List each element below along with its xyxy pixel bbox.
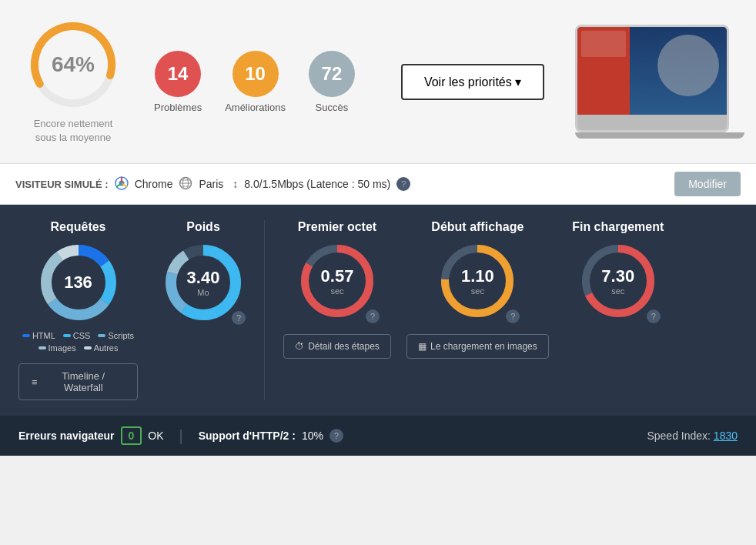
top-section: 64% Encore nettement sous la moyenne 14 … (0, 0, 756, 164)
speed-index-value[interactable]: 1830 (714, 430, 738, 442)
timeline-button[interactable]: ≡ Timeline / Waterfall (18, 363, 138, 400)
legend-css: CSS (63, 331, 91, 340)
speed-value: 8.0/1.5Mbps (Latence : 50 ms) (244, 178, 390, 190)
http2-section: Support d'HTTP/2 : 10% ? (199, 429, 343, 443)
successes-label: Succès (316, 102, 349, 113)
fin-chargement-donut: 7.30 sec ? (576, 239, 661, 323)
fin-chargement-block: Fin chargement 7.30 sec ? (564, 220, 672, 400)
requests-legend: HTML CSS Scripts Images (18, 331, 138, 353)
requests-donut: 136 (36, 240, 121, 325)
premier-octet-center: 0.57 sec (321, 266, 354, 296)
weight-donut: 3.40 Mo ? (161, 240, 246, 325)
legend-autres: Autres (84, 343, 119, 353)
premier-octet-unit: sec (321, 286, 354, 296)
debut-affichage-block: Début affichage 1.10 sec ? (406, 220, 549, 400)
score-circle: 64% (27, 18, 119, 111)
images-icon: ▦ (418, 341, 427, 352)
browser-name: Chrome (135, 178, 173, 190)
premier-octet-value: 0.57 (321, 266, 354, 286)
fin-chargement-center: 7.30 sec (601, 266, 634, 296)
debut-affichage-buttons: ▦ Le chargement en images (406, 334, 549, 359)
stat-improvements: 10 Améliorations (225, 51, 286, 113)
scripts-dot (98, 334, 105, 337)
score-value: 64% (52, 52, 95, 77)
modifier-button[interactable]: Modifier (674, 172, 741, 196)
debut-affichage-donut: 1.10 sec ? (435, 239, 520, 323)
stat-problems: 14 Problèmes (154, 51, 202, 113)
stat-successes: 72 Succès (309, 51, 355, 113)
autres-dot (84, 346, 92, 349)
bottom-bar: Erreurs navigateur 0 OK | Support d'HTTP… (0, 416, 756, 456)
legend-html: HTML (22, 331, 55, 340)
globe-icon (179, 176, 192, 192)
metrics-grid: Requêtes (18, 220, 738, 400)
weight-block: Poids 3.40 Mo ? (161, 220, 246, 400)
speed-index-label: Speed Index: (647, 430, 711, 442)
speed-icon: ↕ (232, 178, 238, 190)
chargement-images-button[interactable]: ▦ Le chargement en images (406, 334, 549, 359)
main-metrics-section: Requêtes (0, 205, 756, 416)
premier-octet-block: Premier octet 0.57 sec ? (283, 220, 391, 400)
fin-chargement-unit: sec (601, 286, 634, 296)
laptop-stand (575, 132, 744, 139)
debut-affichage-value: 1.10 (461, 266, 494, 286)
erreurs-status: OK (148, 430, 163, 442)
location-name: Paris (199, 178, 223, 190)
weight-value: 3.40 (187, 268, 220, 288)
erreurs-label: Erreurs navigateur (18, 430, 115, 442)
detail-etapes-button[interactable]: ⏱ Détail des étapes (283, 334, 391, 359)
debut-affichage-center: 1.10 sec (461, 266, 494, 296)
speed-index-section: Speed Index: 1830 (647, 430, 738, 442)
debut-affichage-title: Début affichage (431, 220, 524, 234)
left-metrics: Requêtes (18, 220, 265, 400)
http2-label: Support d'HTTP/2 : (199, 430, 296, 442)
thumbnail-container (575, 25, 744, 139)
html-dot (22, 334, 30, 337)
css-dot (63, 334, 71, 337)
http2-help-icon[interactable]: ? (329, 429, 343, 443)
laptop-mockup (575, 25, 729, 132)
clock-icon: ⏱ (295, 341, 304, 352)
screen-overlay (657, 35, 719, 96)
weight-title: Poids (186, 220, 220, 234)
fin-chargement-title: Fin chargement (572, 220, 664, 234)
chrome-icon (115, 176, 129, 192)
problems-badge: 14 (155, 51, 201, 97)
timeline-icon: ≡ (32, 376, 38, 388)
premier-octet-title: Premier octet (298, 220, 376, 234)
visitor-bar: VISITEUR SIMULÉ : Chrome Paris ↕ 8.0/1.5… (0, 164, 756, 205)
right-metrics: Premier octet 0.57 sec ? (265, 220, 738, 400)
successes-badge: 72 (309, 51, 355, 97)
http2-value: 10% (302, 430, 323, 442)
weight-value-center: 3.40 Mo (187, 268, 220, 297)
visitor-label: VISITEUR SIMULÉ : (15, 179, 109, 190)
requests-title: Requêtes (50, 220, 105, 234)
requests-block: Requêtes (18, 220, 138, 400)
problems-label: Problèmes (154, 102, 202, 113)
laptop-base (577, 115, 727, 130)
laptop-screen (577, 27, 727, 115)
legend-images: Images (38, 343, 76, 353)
debut-affichage-unit: sec (461, 286, 494, 296)
images-dot (38, 346, 46, 349)
erreurs-value: 0 (121, 426, 142, 445)
stats-container: 14 Problèmes 10 Améliorations 72 Succès (154, 51, 355, 113)
voir-priorites-button[interactable]: Voir les priorités ▾ (401, 64, 544, 100)
erreurs-section: Erreurs navigateur 0 OK (18, 426, 164, 445)
improvements-badge: 10 (232, 51, 279, 97)
separator-1: | (179, 427, 183, 445)
requests-value-center: 136 (64, 272, 92, 293)
score-label: Encore nettement sous la moyenne (34, 117, 113, 145)
requests-value: 136 (64, 272, 92, 293)
improvements-label: Améliorations (225, 102, 286, 113)
score-container: 64% Encore nettement sous la moyenne (23, 18, 123, 145)
visitor-help-icon[interactable]: ? (396, 177, 410, 191)
legend-scripts: Scripts (98, 331, 134, 340)
premier-octet-donut: 0.57 sec ? (295, 239, 380, 323)
weight-unit: Mo (187, 288, 220, 297)
premier-octet-buttons: ⏱ Détail des étapes (283, 334, 391, 359)
fin-chargement-value: 7.30 (601, 266, 634, 286)
